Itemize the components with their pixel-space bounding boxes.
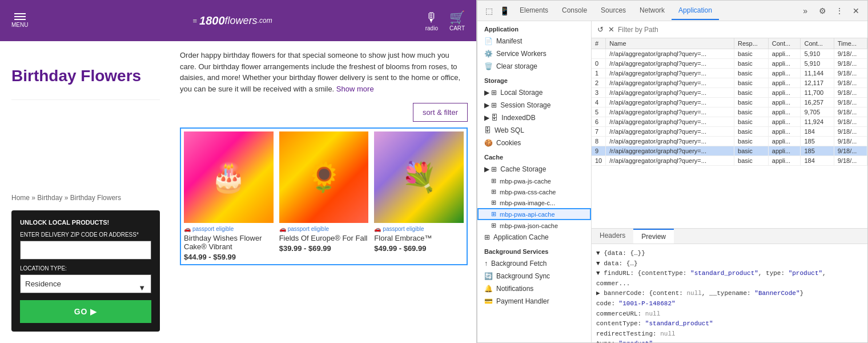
- product-card[interactable]: 🎂 🚗 passport eligible Birthday Wishes Fl…: [184, 131, 274, 261]
- sidebar-item-local-storage[interactable]: ▶ ⊞ Local Storage: [477, 86, 591, 99]
- sidebar-item-mbp-json-cache[interactable]: ⊞ mbp-pwa-json-cache: [477, 220, 591, 231]
- menu-button[interactable]: MENU: [11, 13, 28, 28]
- radio-button[interactable]: 🎙 radio: [425, 10, 438, 31]
- row-resp: basic: [734, 98, 769, 107]
- tab-elements[interactable]: Elements: [513, 2, 555, 20]
- left-sidebar: Birthday Flowers Home » Birthday » Birth…: [0, 41, 171, 343]
- tab-network[interactable]: Network: [633, 2, 672, 20]
- tab-preview[interactable]: Preview: [633, 229, 674, 244]
- table-row[interactable]: 7 /r/api/aggregator/graphql?query=... ba…: [592, 127, 867, 137]
- local-products-box: UNLOCK LOCAL PRODUCTS! ENTER DELIVERY ZI…: [11, 210, 160, 332]
- sidebar-item-manifest[interactable]: 📄 Manifest: [477, 35, 591, 47]
- tab-sources[interactable]: Sources: [594, 2, 633, 20]
- devtools-topbar: ⬚ 📱 Elements Console Sources Network App…: [477, 1, 867, 21]
- network-table-container[interactable]: # Name Resp... Cont... Cont... Time... /…: [592, 38, 867, 228]
- table-row[interactable]: 4 /r/api/aggregator/graphql?query=... ba…: [592, 98, 867, 107]
- sidebar-item-cache-storage[interactable]: ▶ ⊞ Cache Storage: [477, 163, 591, 176]
- sidebar-item-session-storage[interactable]: ▶ ⊞ Session Storage: [477, 99, 591, 111]
- breadcrumb: Home » Birthday » Birthday Flowers: [11, 194, 160, 202]
- sidebar-item-mbp-image-cache[interactable]: ⊞ mbp-pwa-image-c...: [477, 197, 591, 208]
- row-name: /r/api/aggregator/graphql?query=...: [606, 49, 734, 59]
- zip-input[interactable]: [20, 241, 151, 260]
- row-cont1: appli...: [768, 146, 801, 156]
- tab-console[interactable]: Console: [555, 2, 594, 20]
- table-row[interactable]: 3 /r/api/aggregator/graphql?query=... ba…: [592, 88, 867, 98]
- sidebar-item-clear-storage[interactable]: 🗑️ Clear storage: [477, 60, 591, 73]
- table-row[interactable]: 10 /r/api/aggregator/graphql?query=... b…: [592, 156, 867, 166]
- bg-sync-icon: 🔄: [484, 272, 493, 280]
- device-toolbar-button[interactable]: 📱: [496, 4, 513, 18]
- refresh-button[interactable]: ↺: [596, 24, 605, 35]
- row-cont2: 184: [801, 127, 834, 137]
- sidebar-item-payment-handler[interactable]: 💳 Payment Handler: [477, 295, 591, 308]
- close-devtools-button[interactable]: ✕: [849, 4, 863, 18]
- sidebar-item-application-cache[interactable]: ⊞ Application Cache: [477, 231, 591, 244]
- sidebar-item-bg-fetch[interactable]: ↑ Background Fetch: [477, 257, 591, 270]
- notifications-icon: 🔔: [484, 285, 493, 293]
- clear-button[interactable]: ✕: [607, 24, 616, 35]
- settings-button[interactable]: ⚙: [815, 4, 830, 18]
- row-time: 9/18/...: [834, 49, 867, 59]
- preview-line: contentType: "standard_product": [596, 319, 863, 329]
- bottom-tabs: Headers Preview: [592, 229, 867, 244]
- row-name: /r/api/aggregator/graphql?query=...: [606, 78, 734, 88]
- cart-button[interactable]: 🛒 CART: [449, 10, 465, 31]
- location-select[interactable]: Residence: [20, 274, 151, 293]
- sidebar-item-service-workers[interactable]: ⚙️ Service Workers: [477, 47, 591, 60]
- sidebar-item-web-sql[interactable]: 🗄 Web SQL: [477, 124, 591, 137]
- row-name: /r/api/aggregator/graphql?query=...: [606, 117, 734, 127]
- passport-eligible-2: 🚗 passport eligible: [279, 226, 369, 232]
- table-row[interactable]: 6 /r/api/aggregator/graphql?query=... ba…: [592, 117, 867, 127]
- row-cont2: 12,117: [801, 78, 834, 88]
- passport-icon-2: 🚗: [279, 226, 286, 232]
- page-title: Birthday Flowers: [11, 67, 160, 85]
- row-cont1: appli...: [768, 117, 801, 127]
- row-cont2: 16,257: [801, 98, 834, 107]
- product-card[interactable]: 💐 🚗 passport eligible Floral Embrace™ $4…: [374, 131, 464, 261]
- filter-input[interactable]: [618, 26, 863, 34]
- table-row[interactable]: /r/api/aggregator/graphql?query=... basi…: [592, 49, 867, 59]
- table-row[interactable]: 8 /r/api/aggregator/graphql?query=... ba…: [592, 137, 867, 146]
- show-more-link[interactable]: Show more: [336, 85, 374, 93]
- row-num: 9: [592, 146, 606, 156]
- sort-filter-button[interactable]: sort & filter: [413, 103, 468, 122]
- more-options-button[interactable]: ⋮: [832, 4, 847, 18]
- row-cont2: 5,910: [801, 49, 834, 59]
- product-card[interactable]: 🌻 🚗 passport eligible Fields Of Europe® …: [279, 131, 369, 261]
- row-name: /r/api/aggregator/graphql?query=...: [606, 156, 734, 166]
- table-row[interactable]: 5 /r/api/aggregator/graphql?query=... ba…: [592, 107, 867, 117]
- site-logo[interactable]: ≡ 1800 flowers.com: [39, 14, 425, 27]
- preview-line: redirectTesting: null: [596, 329, 863, 340]
- sidebar-item-notifications[interactable]: 🔔 Notifications: [477, 282, 591, 295]
- sidebar-item-mbp-js-cache[interactable]: ⊞ mbp-pwa-js-cache: [477, 176, 591, 186]
- session-storage-icon: ▶ ⊞: [484, 101, 497, 109]
- more-tabs-button[interactable]: »: [799, 4, 811, 18]
- table-row[interactable]: 0 /r/api/aggregator/graphql?query=... ba…: [592, 59, 867, 69]
- preview-line: ▼ findURL: {contentType: "standard_produ…: [596, 269, 863, 289]
- sidebar-item-indexeddb[interactable]: ▶ 🗄 IndexedDB: [477, 111, 591, 124]
- row-cont2: 185: [801, 146, 834, 156]
- row-num: 3: [592, 88, 606, 98]
- sidebar-item-mbp-api-cache[interactable]: ⊞ mbp-pwa-api-cache: [477, 208, 591, 220]
- description: Order happy birthday flowers for that sp…: [180, 50, 468, 94]
- sidebar-item-bg-sync[interactable]: 🔄 Background Sync: [477, 270, 591, 282]
- indexeddb-icon: ▶ 🗄: [484, 114, 498, 122]
- inspect-element-button[interactable]: ⬚: [482, 4, 496, 18]
- cookies-icon: 🍪: [484, 139, 493, 147]
- sidebar-item-mbp-css-cache[interactable]: ⊞ mbp-pwa-css-cache: [477, 186, 591, 197]
- go-button[interactable]: GO ▶: [20, 300, 151, 323]
- sidebar-item-cookies[interactable]: 🍪 Cookies: [477, 137, 591, 149]
- table-row[interactable]: 9 /r/api/aggregator/graphql?query=... ba…: [592, 146, 867, 156]
- table-row[interactable]: 2 /r/api/aggregator/graphql?query=... ba…: [592, 78, 867, 88]
- app-cache-icon: ⊞: [484, 233, 490, 241]
- row-cont2: 185: [801, 137, 834, 146]
- row-time: 9/18/...: [834, 59, 867, 69]
- row-time: 9/18/...: [834, 78, 867, 88]
- row-name: /r/api/aggregator/graphql?query=...: [606, 69, 734, 78]
- row-resp: basic: [734, 117, 769, 127]
- table-row[interactable]: 1 /r/api/aggregator/graphql?query=... ba…: [592, 69, 867, 78]
- bottom-panel: Headers Preview ▼ {data: {…}} ▼ data: {……: [592, 228, 867, 342]
- tab-application[interactable]: Application: [672, 2, 719, 20]
- row-resp: basic: [734, 49, 769, 59]
- tab-headers[interactable]: Headers: [592, 229, 633, 244]
